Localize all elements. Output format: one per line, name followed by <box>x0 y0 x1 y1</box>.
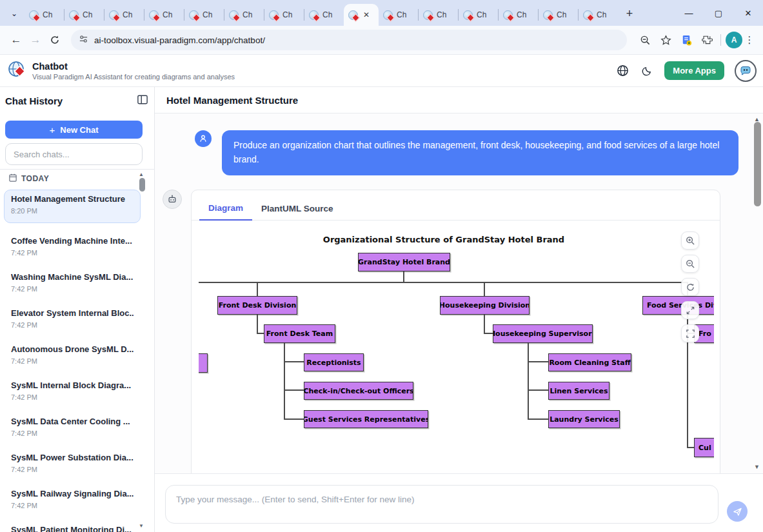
browser-tab[interactable]: Ch <box>579 4 618 26</box>
profile-avatar[interactable]: A <box>726 32 742 48</box>
today-label: TODAY <box>21 174 49 183</box>
extensions-puzzle-icon[interactable] <box>698 31 716 49</box>
browser-toolbar: ← → ai-toolbox.visual-paradigm.com/app/c… <box>0 26 763 55</box>
browser-tab[interactable]: Ch <box>459 4 498 26</box>
chat-list-item[interactable]: SysML Power Substation Dia... 7:42 PM <box>4 448 141 482</box>
reload-icon[interactable] <box>45 30 64 50</box>
chat-list-item[interactable]: SysML Data Center Cooling ... 7:42 PM <box>4 412 141 446</box>
dark-mode-moon-icon[interactable] <box>640 64 654 78</box>
sidebar-scroll-up-arrow[interactable]: ▲ <box>139 172 144 177</box>
browser-tab[interactable]: Ch <box>264 4 304 26</box>
reset-view-button[interactable] <box>681 278 699 296</box>
chat-list-item[interactable]: SysML Internal Block Diagra... 7:42 PM <box>4 376 141 409</box>
new-chat-label: New Chat <box>60 125 98 135</box>
chat-list-item[interactable]: SysML Patient Monitoring Di... <box>4 520 141 532</box>
chat-item-time: 7:42 PM <box>11 249 134 257</box>
site-settings-icon[interactable] <box>79 34 88 46</box>
chat-list-item[interactable]: Elevator System Internal Bloc... 7:42 PM <box>4 304 141 337</box>
tab-close-icon[interactable]: ✕ <box>363 10 370 19</box>
visual-paradigm-favicon <box>423 10 433 20</box>
browser-tab[interactable]: Ch <box>224 4 264 26</box>
search-chats-input[interactable] <box>5 143 143 165</box>
tab-title: Ch <box>437 10 446 19</box>
message-input[interactable] <box>165 485 718 524</box>
chat-item-title: Autonomous Drone SysML D... <box>11 344 134 354</box>
tab-plantuml-source[interactable]: PlantUML Source <box>252 204 342 220</box>
tab-title: Ch <box>203 10 212 19</box>
close-button[interactable]: ✕ <box>733 0 763 26</box>
back-icon[interactable]: ← <box>6 30 26 50</box>
chat-item-title: SysML Railway Signaling Dia... <box>11 489 134 498</box>
browser-tab[interactable]: Ch <box>104 4 144 26</box>
chatbot-bubble-icon[interactable] <box>735 60 757 82</box>
tab-diagram[interactable]: Diagram <box>199 203 252 221</box>
chat-item-time: 7:42 PM <box>11 357 134 365</box>
chat-scroll-down-arrow[interactable]: ▼ <box>754 464 760 470</box>
org-node-laundry-services: Laundry Services <box>548 410 620 428</box>
visual-paradigm-favicon <box>189 10 199 20</box>
org-node-receptionists: Receptionists <box>304 353 364 371</box>
connector-line <box>284 343 285 420</box>
browser-tab[interactable]: Ch <box>499 4 538 26</box>
maximize-button[interactable]: ▢ <box>704 0 733 26</box>
chat-list-item[interactable]: Hotel Management Structure 8:20 PM <box>4 190 141 223</box>
visual-paradigm-favicon <box>269 10 279 20</box>
chat-item-title: Elevator System Internal Bloc... <box>11 308 134 318</box>
browser-tab[interactable]: Ch <box>64 4 104 26</box>
org-node-clipped-right-bottom: Cul <box>694 438 714 457</box>
sidebar-scroll-down-arrow[interactable]: ▼ <box>139 523 144 529</box>
browser-tab[interactable]: Ch <box>144 4 184 26</box>
visual-paradigm-favicon <box>503 10 513 20</box>
tab-search-button[interactable]: ⌄ <box>5 5 23 23</box>
tab-title: Ch <box>282 10 292 19</box>
zoom-in-button[interactable] <box>681 232 699 250</box>
browser-tab[interactable]: Ch <box>304 4 344 26</box>
visual-paradigm-favicon <box>583 10 593 20</box>
browser-tab[interactable]: Ch <box>25 4 64 26</box>
send-button[interactable] <box>727 501 748 522</box>
chat-list-item[interactable]: Coffee Vending Machine Inte... 7:42 PM <box>4 232 141 265</box>
chat-list-item[interactable]: Washing Machine SysML Dia... 7:42 PM <box>4 268 141 301</box>
user-avatar <box>195 130 212 147</box>
visual-paradigm-favicon <box>69 10 79 20</box>
chat-item-time: 7:42 PM <box>11 429 134 437</box>
collapse-panel-icon[interactable] <box>137 95 148 107</box>
chat-item-title: SysML Data Center Cooling ... <box>11 417 134 426</box>
more-apps-button[interactable]: More Apps <box>664 61 724 80</box>
minimize-button[interactable]: — <box>674 0 704 26</box>
chat-scrollbar-thumb[interactable] <box>754 122 761 206</box>
chat-list-item[interactable]: Autonomous Drone SysML D... 7:42 PM <box>4 340 141 373</box>
new-tab-button[interactable]: + <box>620 5 639 23</box>
expand-fullscreen-button[interactable] <box>681 301 699 319</box>
forward-icon[interactable]: → <box>26 30 45 50</box>
connector-line <box>687 447 694 448</box>
browser-tab[interactable]: Ch <box>184 4 224 26</box>
language-globe-icon[interactable] <box>615 64 629 78</box>
app-header: Chatbot Visual Paradigm AI Assistant for… <box>0 55 763 87</box>
browser-tab[interactable]: Ch <box>379 4 418 26</box>
connector-line <box>403 271 404 282</box>
active-tab[interactable]: ✕ <box>344 4 379 26</box>
chrome-menu-icon[interactable]: ⋮ <box>742 34 757 46</box>
tab-title: Ch <box>517 10 526 19</box>
diagram-viewport[interactable]: Organizational Structure of GrandStay Ho… <box>199 221 714 474</box>
bookmark-star-icon[interactable] <box>657 31 675 49</box>
address-bar[interactable]: ai-toolbox.visual-paradigm.com/app/chatb… <box>71 30 627 50</box>
chat-list-item[interactable]: SysML Railway Signaling Dia... 7:42 PM <box>4 484 141 518</box>
chat-history-sidebar: Chat History + New Chat TODAY Hotel Mana… <box>0 87 155 532</box>
org-node-guest-services-representatives: Guest Services Representatives <box>304 410 428 428</box>
zoom-out-button[interactable] <box>681 255 699 273</box>
fit-to-screen-button[interactable] <box>681 324 699 342</box>
docs-extension-icon[interactable] <box>677 31 695 49</box>
sidebar-scrollbar-thumb[interactable] <box>139 178 145 192</box>
zoom-level-icon[interactable] <box>636 31 654 49</box>
connector-line <box>484 315 485 334</box>
url-text[interactable]: ai-toolbox.visual-paradigm.com/app/chatb… <box>94 35 265 45</box>
chat-item-time: 7:42 PM <box>11 321 134 329</box>
browser-tab[interactable]: Ch <box>419 4 458 26</box>
chat-messages-area[interactable]: Produce an organization chart that outli… <box>155 113 763 474</box>
new-chat-button[interactable]: + New Chat <box>5 121 143 139</box>
browser-tab[interactable]: Ch <box>539 4 578 26</box>
card-tab-bar: Diagram PlantUML Source <box>192 190 720 221</box>
chat-item-time: 7:42 PM <box>11 393 134 401</box>
